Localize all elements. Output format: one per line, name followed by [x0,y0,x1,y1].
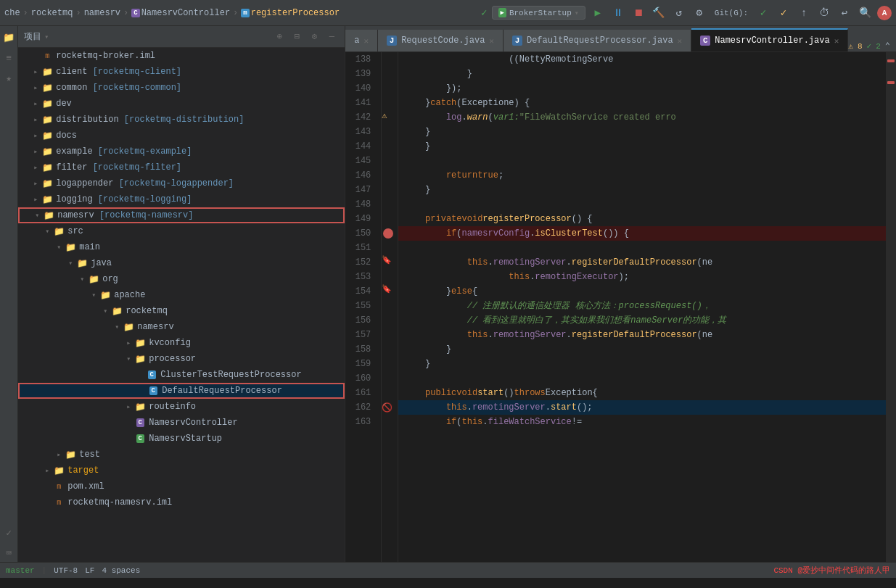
search-button[interactable]: 🔍 [857,5,873,21]
git-history-icon[interactable]: ⏱ [816,5,832,21]
tree-arrow-test[interactable] [53,449,65,460]
structure-btn[interactable]: ≡ [0,49,17,67]
settings-button[interactable]: ⚙ [691,5,707,21]
tab-requestcode[interactable]: J RequestCode.java ✕ [378,30,504,51]
tree-item-namesrvcontroller[interactable]: C NamesrvController [18,415,345,431]
todo-btn[interactable]: ✓ [0,524,17,542]
tree-item-logappender[interactable]: 📁 logappender [rocketmq-logappender] [18,175,345,191]
tree-item-common[interactable]: 📁 common [rocketmq-common] [18,80,345,96]
panel-settings-btn[interactable]: ⚙ [307,30,321,44]
status-bar-linesep[interactable]: LF [85,566,94,575]
tree-item-target[interactable]: 📁 target [18,463,345,479]
tree-arrow-distribution[interactable] [30,114,41,125]
git-merge-icon[interactable]: ✓ [776,5,792,21]
tree-item-broker-iml[interactable]: m rocketmq-broker.iml [18,48,345,64]
ln-144: 144 [345,139,375,154]
tree-arrow-target[interactable] [41,465,53,476]
breadcrumb-item-che[interactable]: che [4,8,20,18]
refresh-button[interactable]: ↺ [671,5,687,21]
tab-plain-close[interactable]: ✕ [364,36,369,46]
tree-arrow-java[interactable] [65,257,76,269]
panel-title-dropdown[interactable]: ▾ [44,33,49,41]
tree-item-namesrv-sub[interactable]: 📁 namesrv [18,319,345,335]
tree-arrow-apache[interactable] [88,289,99,301]
tree-arrow-docs[interactable] [30,130,41,141]
tree-item-filter[interactable]: 📁 filter [rocketmq-filter] [18,160,345,175]
tree-item-namesrv-iml[interactable]: m rocketmq-namesrv.iml [18,494,345,510]
status-bar-encoding[interactable]: UTF-8 [54,566,78,575]
tree-arrow-routeinfo[interactable] [123,401,134,413]
pause-button[interactable]: ⏸ [610,5,626,21]
tree-item-processor[interactable]: 📁 processor [18,351,345,367]
tree-item-client[interactable]: 📁 client [rocketmq-client] [18,64,345,80]
tree-arrow-rocketmq[interactable] [99,305,111,317]
tree-arrow-kvconfig[interactable] [123,337,134,349]
tab-namesrvcontroller[interactable]: C NamesrvController.java ✕ [691,28,848,51]
tree-item-routeinfo[interactable]: 📁 routeinfo [18,399,345,415]
check-green-icon[interactable]: ✓ [481,7,487,19]
tree-item-docs[interactable]: 📁 docs [18,128,345,144]
tree-item-namesrv[interactable]: 📁 namesrv [rocketmq-namesrv] [18,207,345,223]
tree-item-test[interactable]: 📁 test [18,447,345,463]
breadcrumb-item-registerprocessor[interactable]: registerProcessor [251,8,340,18]
stop-button[interactable]: ⏹ [630,5,646,21]
tree-item-java[interactable]: 📁 java [18,255,345,271]
git-back-icon[interactable]: ↩ [837,5,852,21]
tree-arrow-processor[interactable] [123,353,134,365]
tree-item-pom[interactable]: m pom.xml [18,479,345,494]
breadcrumb-item-namesrv[interactable]: namesrv [84,8,120,18]
status-bar-indent[interactable]: 4 spaces [102,566,140,575]
tree-item-kvconfig[interactable]: 📁 kvconfig [18,335,345,351]
tree-item-cluster-test-processor[interactable]: C ClusterTestRequestProcessor [18,367,345,383]
tree-arrow-common[interactable] [30,82,41,94]
tree-arrow-namesrv-sub[interactable] [111,321,123,333]
git-check-icon[interactable]: ✓ [755,5,771,21]
tab-defaultprocessor[interactable]: J DefaultRequestProcessor.java ✕ [504,30,691,51]
tree-arrow-client[interactable] [30,66,41,78]
expand-editor-btn[interactable]: ⌃ [885,41,890,51]
run-button[interactable]: ▶ [590,5,606,21]
tree-item-rocketmq[interactable]: 📁 rocketmq [18,303,345,319]
tree-item-org[interactable]: 📁 org [18,271,345,287]
tree-item-apache[interactable]: 📁 apache [18,287,345,303]
breadcrumb-item-rocketmq[interactable]: rocketmq [31,8,73,18]
panel-close-btn[interactable]: — [324,30,339,44]
tree-arrow-dev[interactable] [30,98,41,109]
tree-arrow-logappender[interactable] [30,178,41,189]
tree-item-distribution[interactable]: 📁 distribution [rocketmq-distribution] [18,112,345,128]
tree-item-example[interactable]: 📁 example [rocketmq-example] [18,144,345,160]
tree-arrow-filter[interactable] [30,162,41,173]
tree-arrow-example[interactable] [30,146,41,157]
terminal-btn[interactable]: ⌨ [0,544,17,562]
build-button[interactable]: 🔨 [651,5,667,21]
right-scrollbar[interactable] [886,52,896,562]
run-config-selector[interactable]: ▶ BrokerStartup ▾ [492,6,585,20]
collapse-all-btn[interactable]: ⊟ [289,30,304,44]
tree-label-common: common [rocketmq-common] [56,83,181,93]
tree-item-main[interactable]: 📁 main [18,239,345,255]
tab-plain[interactable]: a ✕ [345,30,378,51]
locate-file-btn[interactable]: ⊕ [272,30,287,44]
tree-arrow-logging[interactable] [30,194,41,205]
tree-item-dev[interactable]: 📁 dev [18,96,345,112]
tree-label-distribution: distribution [rocketmq-distribution] [56,115,244,125]
project-view-btn[interactable]: 📁 [0,29,17,46]
tree-arrow-org[interactable] [76,273,88,285]
profile-button[interactable]: A [877,6,892,20]
tree-item-namesrvstartup[interactable]: C NamesrvStartup [18,431,345,447]
tab-requestcode-close[interactable]: ✕ [489,36,494,46]
tab-namesrvcontroller-close[interactable]: ✕ [834,36,839,46]
folder-icon-test: 📁 [65,449,76,460]
tree-item-default-processor[interactable]: C DefaultRequestProcessor [18,383,345,399]
tree-arrow-namesrv[interactable] [31,210,43,221]
git-push-icon[interactable]: ↑ [796,5,812,21]
method-icon: m [241,9,249,17]
tree-item-logging[interactable]: 📁 logging [rocketmq-logging] [18,191,345,207]
tree-item-src[interactable]: 📁 src [18,223,345,239]
tree-arrow-main[interactable] [53,241,65,253]
tab-defaultprocessor-close[interactable]: ✕ [678,36,683,46]
breadcrumb-item-namesrvcontroller[interactable]: NamesrvController [141,8,230,18]
favorites-btn[interactable]: ★ [0,70,17,87]
tree-arrow-src[interactable] [41,225,53,237]
code-editor[interactable]: ((NettyRemotingServe } }); } catch (Exce… [398,52,886,562]
